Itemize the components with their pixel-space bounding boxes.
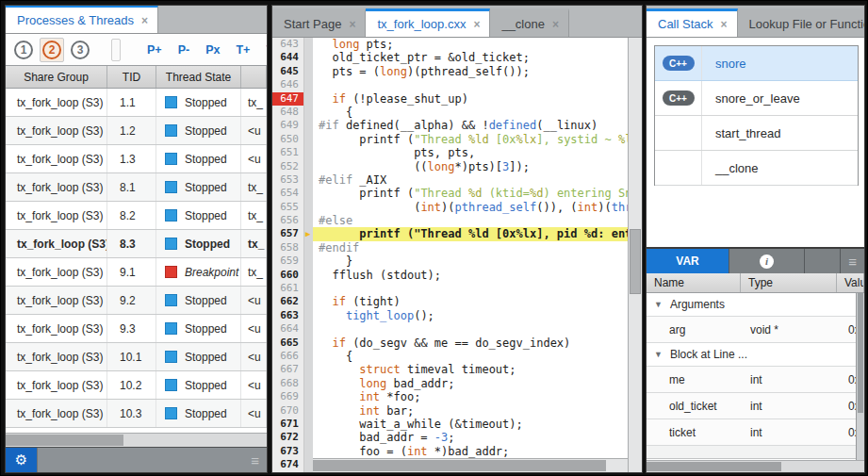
code-line[interactable]: 650 printf ("Thread %ld [0x%lx], systid …	[272, 133, 628, 146]
tab-lookup-file-or-function[interactable]: Lookup File or Function×	[738, 8, 865, 37]
code-line[interactable]: 655 (int)(pthread_self()), (int)(thread_	[272, 201, 628, 214]
thread-row[interactable]: tx_fork_loop (S3)1.1Stoppedtx_	[6, 89, 267, 117]
code-line[interactable]: 669 int *foo;	[272, 390, 628, 403]
column-header-thread-state[interactable]: Thread State	[156, 66, 241, 88]
var-menu-button[interactable]: ≡	[841, 249, 864, 273]
code-line[interactable]: 651 pts, pts,	[272, 146, 628, 159]
line-number[interactable]: 665	[272, 336, 304, 350]
line-number[interactable]: 656	[272, 214, 304, 227]
code-line[interactable]: 644 old_ticket_ptr = &old_ticket;	[272, 51, 628, 64]
group-mode-button-2[interactable]: 2	[40, 38, 64, 62]
variables-vertical-scrollbar[interactable]	[856, 293, 864, 460]
variables-horizontal-scrollbar[interactable]	[647, 460, 864, 472]
code-line[interactable]: 645 pts = (long)(pthread_self());	[272, 65, 628, 78]
thread-row[interactable]: tx_fork_loop (S3)9.3Stopped<u	[6, 315, 267, 343]
close-icon[interactable]: ×	[721, 18, 728, 31]
line-number[interactable]: 664	[272, 322, 304, 336]
code-line[interactable]: 671 wait_a_while (&timeout);	[272, 418, 628, 431]
toolbar-action-px[interactable]: Px	[205, 43, 220, 57]
close-icon[interactable]: ×	[552, 18, 559, 31]
code-line[interactable]: 643 long pts;	[272, 38, 628, 51]
variable-row[interactable]: old_ticketint0x	[647, 393, 856, 419]
code-line[interactable]: 646	[272, 78, 628, 91]
line-number[interactable]: 651	[272, 146, 304, 159]
scrollbar-thumb[interactable]	[6, 435, 123, 446]
tab--clone[interactable]: __clone×	[490, 8, 569, 37]
thread-row[interactable]: tx_fork_loop (S3)1.3Stopped<u	[6, 145, 267, 173]
code-line[interactable]: 664	[272, 322, 628, 336]
thread-row[interactable]: tx_fork_loop (S3)9.1Breakpointtx_	[6, 258, 267, 287]
tab-var[interactable]: VAR	[647, 249, 729, 273]
code-line[interactable]: 670 int bar;	[272, 404, 628, 418]
breakpoint-gutter[interactable]: 647	[272, 92, 304, 106]
stack-frame-row[interactable]: start_thread	[655, 116, 858, 151]
line-number[interactable]: 663	[272, 309, 304, 322]
stack-frame-row[interactable]: __clone	[655, 151, 858, 186]
group-mode-button-3[interactable]: 3	[68, 38, 92, 62]
code-line[interactable]: 672 bad_addr = -3;	[272, 431, 628, 444]
column-header-tid[interactable]: TID	[107, 66, 156, 88]
line-number[interactable]: 674	[272, 458, 304, 471]
line-number[interactable]: 646	[272, 78, 304, 91]
variable-row[interactable]: ticketint0x	[647, 419, 856, 446]
line-number[interactable]: 655	[272, 201, 304, 214]
code-line[interactable]: 659 }	[272, 254, 628, 268]
thread-row[interactable]: tx_fork_loop (S3)1.2Stopped<u	[6, 117, 267, 145]
scrollbar-thumb[interactable]	[858, 293, 863, 413]
scrollbar-thumb[interactable]	[313, 460, 606, 470]
thread-row[interactable]: tx_fork_loop (S3)10.3Stopped<u	[6, 400, 267, 428]
line-number[interactable]: 661	[272, 282, 304, 295]
thread-row[interactable]: tx_fork_loop (S3)8.1Stoppedtx_	[6, 173, 267, 202]
code-line[interactable]: 674	[272, 458, 628, 471]
toolbar-action-p-minusplus[interactable]: P+	[147, 43, 162, 57]
editor-horizontal-scrollbar[interactable]	[313, 458, 628, 471]
code-line[interactable]: 667 struct timeval timeout;	[272, 363, 628, 376]
variable-row[interactable]: meint0x	[647, 367, 856, 393]
variable-row[interactable]: argvoid *0x	[647, 317, 856, 343]
close-icon[interactable]: ×	[141, 14, 148, 27]
code-line[interactable]: 656#else	[272, 214, 628, 227]
line-number[interactable]: 672	[272, 431, 304, 444]
column-header-value[interactable]: Value	[837, 273, 864, 292]
code-line[interactable]: 654 printf ("Thread %d (ktid=%d) enterin…	[272, 187, 628, 200]
stack-frame-row[interactable]: C++snore	[655, 46, 858, 81]
thread-row[interactable]: tx_fork_loop (S3)8.3Stoppedtx_	[6, 230, 267, 258]
variable-group-row[interactable]: ▼Block at Line ...	[647, 343, 856, 367]
column-header-type[interactable]: Type	[741, 273, 837, 292]
scrollbar-thumb[interactable]	[647, 462, 781, 471]
line-number[interactable]: 652	[272, 160, 304, 173]
stack-frame-row[interactable]: C++snore_or_leave	[655, 81, 858, 116]
code-line[interactable]: 660 fflush (stdout);	[272, 269, 628, 282]
toolbar-action-t-minus[interactable]: T-	[266, 43, 268, 57]
line-number[interactable]: 645	[272, 65, 304, 78]
line-number[interactable]: 658	[272, 241, 304, 254]
line-number[interactable]: 650	[272, 133, 304, 146]
thread-row[interactable]: tx_fork_loop (S3)10.1Stopped<u	[6, 343, 267, 371]
column-header-name[interactable]: Name	[647, 273, 741, 292]
code-line[interactable]: 666 {	[272, 350, 628, 363]
code-line[interactable]: 661	[272, 282, 628, 295]
line-number[interactable]: 659	[272, 254, 304, 268]
code-line[interactable]: 653#elif _AIX	[272, 173, 628, 187]
thread-row[interactable]: tx_fork_loop (S3)10.2Stopped<u	[6, 371, 267, 400]
toolbar-action-t-minusplus[interactable]: T+	[236, 43, 250, 57]
line-number[interactable]: 669	[272, 390, 304, 403]
code-line[interactable]: 663 tight_loop();	[272, 309, 628, 322]
code-line[interactable]: 673 foo = (int *)bad_addr;	[272, 445, 628, 458]
code-line[interactable]: 658#endif	[272, 241, 628, 254]
toolbar-action-p-minus[interactable]: P-	[178, 43, 190, 57]
line-number[interactable]: 644	[272, 51, 304, 64]
code-line[interactable]: 662 if (tight)	[272, 295, 628, 308]
line-number[interactable]: 667	[272, 363, 304, 376]
chevron-down-icon[interactable]: ▼	[654, 350, 663, 359]
line-number[interactable]: 668	[272, 377, 304, 390]
thread-row[interactable]: tx_fork_loop (S3)8.2Stoppedtx_	[6, 202, 267, 230]
thread-row[interactable]: tx_fork_loop (S3)9.2Stopped<u	[6, 287, 267, 315]
code-line[interactable]: 652 ((long*)pts)[3]);	[272, 160, 628, 173]
code-line[interactable]: 649#if defined(__alpha) && !defined(__li…	[272, 119, 628, 132]
footer-menu-button[interactable]: ≡	[243, 448, 267, 472]
tab-processes-threads[interactable]: Processes & Threads ×	[6, 5, 158, 33]
line-number[interactable]: 648	[272, 106, 304, 119]
tab-call-stack[interactable]: Call Stack×	[647, 8, 738, 37]
editor-vertical-scrollbar[interactable]	[628, 38, 642, 472]
